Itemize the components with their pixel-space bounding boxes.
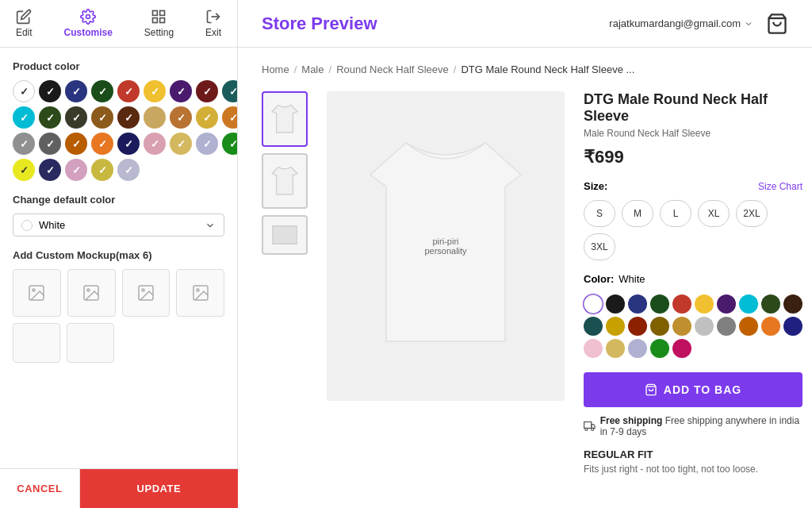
sidebar-color-dot[interactable]: [222, 133, 238, 155]
sidebar-color-dot[interactable]: [65, 80, 87, 102]
size-button-xl[interactable]: XL: [698, 200, 730, 227]
breadcrumb-category[interactable]: Round Neck Half Sleeve: [336, 64, 449, 75]
thumbnail-2[interactable]: [262, 153, 308, 209]
color-label: Color:: [584, 273, 614, 285]
sidebar-color-dot[interactable]: [196, 80, 218, 102]
customise-nav-item[interactable]: Customise: [53, 2, 124, 44]
thumbnail-1[interactable]: [262, 91, 308, 147]
sidebar-color-dot[interactable]: [144, 106, 166, 129]
size-button-l[interactable]: L: [660, 200, 691, 227]
edit-label: Edit: [16, 27, 33, 38]
size-button-2xl[interactable]: 2XL: [736, 200, 768, 227]
mockup-section: Add Custom Mockup(max 6): [13, 249, 224, 363]
product-color-swatch[interactable]: [672, 294, 691, 314]
sidebar-color-dot[interactable]: [13, 106, 35, 129]
sidebar-color-dot[interactable]: [13, 80, 35, 102]
breadcrumb-home[interactable]: Home: [262, 64, 289, 75]
product-color-swatch[interactable]: [628, 339, 647, 358]
sidebar-color-dot[interactable]: [39, 80, 61, 102]
store-preview-title: Store Preview: [262, 13, 377, 34]
product-color-swatch[interactable]: [584, 339, 603, 358]
size-chart-link[interactable]: Size Chart: [758, 181, 802, 192]
sidebar-color-dot[interactable]: [117, 159, 140, 181]
edit-nav-item[interactable]: Edit: [5, 2, 44, 44]
svg-point-14: [197, 289, 199, 291]
sidebar-color-dot[interactable]: [170, 80, 192, 102]
product-thumbnails: [262, 91, 308, 475]
sidebar-color-dot[interactable]: [117, 106, 140, 129]
sidebar-color-dot[interactable]: [65, 159, 87, 181]
product-color-swatch[interactable]: [783, 317, 802, 336]
product-color-swatch[interactable]: [650, 339, 669, 358]
size-button-3xl[interactable]: 3XL: [584, 233, 615, 260]
cart-icon[interactable]: [766, 13, 788, 35]
add-to-bag-button[interactable]: ADD TO BAG: [584, 372, 802, 407]
product-color-swatch[interactable]: [739, 317, 758, 336]
product-color-swatch[interactable]: [584, 317, 603, 336]
product-color-swatch[interactable]: [672, 317, 691, 336]
mockup-slot-4[interactable]: [176, 269, 224, 317]
sidebar-color-dot[interactable]: [170, 133, 192, 155]
product-color-swatch[interactable]: [650, 317, 669, 336]
product-color-swatch[interactable]: [650, 294, 669, 314]
color-select-dropdown[interactable]: White: [13, 214, 224, 237]
product-color-swatch[interactable]: [628, 317, 647, 336]
sidebar-color-dot[interactable]: [13, 159, 35, 181]
product-color-label: Product color: [13, 60, 224, 72]
sidebar-color-dot[interactable]: [13, 133, 35, 155]
exit-nav-item[interactable]: Exit: [194, 2, 232, 44]
mockup-slot-6[interactable]: [67, 323, 114, 363]
product-color-swatch[interactable]: [739, 294, 758, 314]
product-color-swatch[interactable]: [761, 294, 780, 314]
product-color-swatch[interactable]: [628, 294, 647, 314]
sidebar-color-dot[interactable]: [222, 106, 238, 129]
update-button[interactable]: UPDATE: [80, 469, 238, 508]
product-color-swatch[interactable]: [606, 317, 625, 336]
sidebar-color-dot[interactable]: [91, 159, 113, 181]
product-color-swatch[interactable]: [606, 339, 625, 358]
product-color-swatch[interactable]: [783, 294, 802, 314]
breadcrumb-male[interactable]: Male: [301, 64, 324, 75]
svg-rect-1: [153, 11, 158, 16]
size-button-s[interactable]: S: [584, 200, 615, 227]
sidebar-color-dot[interactable]: [91, 133, 113, 155]
sidebar-color-dot[interactable]: [170, 106, 192, 129]
mockup-slot-2[interactable]: [67, 269, 116, 317]
sidebar-color-dot[interactable]: [91, 80, 113, 102]
sidebar-color-dot[interactable]: [91, 106, 113, 129]
product-color-swatch[interactable]: [695, 317, 714, 336]
mockup-slot-1[interactable]: [13, 269, 61, 317]
mockup-slot-3[interactable]: [122, 269, 170, 317]
product-color-swatch[interactable]: [761, 317, 780, 336]
sidebar-color-dot[interactable]: [117, 80, 140, 102]
sidebar-color-dot[interactable]: [65, 133, 87, 155]
setting-nav-item[interactable]: Setting: [133, 2, 185, 44]
product-color-swatch[interactable]: [606, 294, 625, 314]
product-color-swatch[interactable]: [717, 294, 736, 314]
product-color-swatch[interactable]: [695, 294, 714, 314]
regular-fit-desc: Fits just right - not too tight, not too…: [584, 464, 802, 475]
sidebar-color-dot[interactable]: [39, 106, 61, 129]
sidebar-color-dot[interactable]: [65, 106, 87, 129]
product-subtitle: Male Round Neck Half Sleeve: [584, 128, 802, 139]
sidebar-color-dot[interactable]: [196, 106, 218, 129]
image-icon-1: [27, 283, 46, 302]
edit-icon: [16, 9, 32, 25]
mockup-slot-5[interactable]: [13, 323, 60, 363]
sidebar-color-dot[interactable]: [196, 133, 218, 155]
exit-icon: [205, 9, 221, 25]
change-default-section: Change default color White: [13, 194, 224, 237]
cancel-button[interactable]: CANCEL: [0, 469, 80, 508]
sidebar-color-dot[interactable]: [144, 133, 166, 155]
sidebar-color-dot[interactable]: [39, 133, 61, 155]
product-color-swatch[interactable]: [717, 317, 736, 336]
sidebar-color-dot[interactable]: [39, 159, 61, 181]
sidebar-color-dot[interactable]: [222, 80, 238, 102]
product-color-swatch[interactable]: [672, 339, 691, 358]
sidebar-color-dot[interactable]: [117, 133, 140, 155]
size-button-m[interactable]: M: [622, 200, 653, 227]
user-email[interactable]: rajatkumardangi@gmail.com: [609, 17, 753, 29]
thumbnail-3[interactable]: [262, 215, 308, 255]
sidebar-color-dot[interactable]: [144, 80, 166, 102]
product-color-swatch[interactable]: [584, 294, 603, 314]
